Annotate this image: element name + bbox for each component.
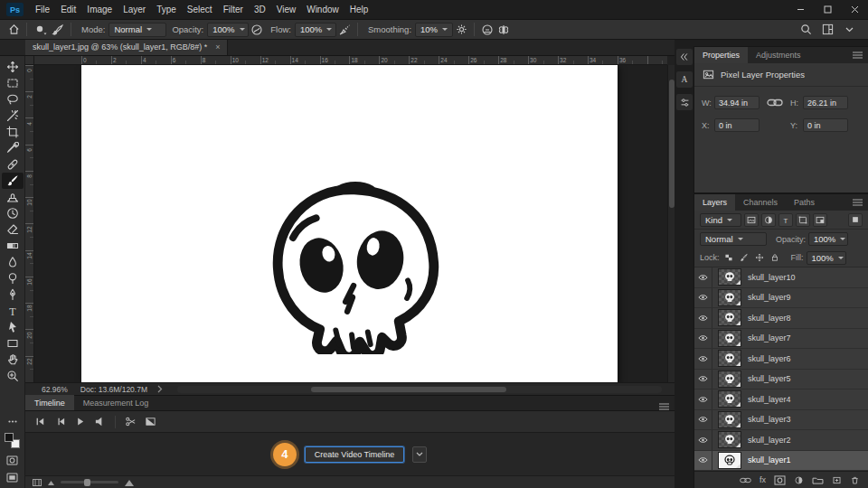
layer-visibility-eye-icon[interactable] [694,430,712,450]
link-layers-icon[interactable] [740,476,751,484]
layer-thumbnail[interactable] [719,391,741,407]
status-chevron-icon[interactable] [156,385,163,393]
tool-lasso[interactable] [2,91,24,108]
fill-dropdown[interactable]: 100% [807,251,846,265]
split-clip-scissors-icon[interactable] [122,414,139,429]
layer-row-skull_layer3[interactable]: skull_layer3 [694,410,868,431]
layer-thumbnail[interactable] [719,453,741,468]
vertical-scrollbar-thumb[interactable] [669,80,675,208]
tab-measurement-log[interactable]: Measurement Log [74,395,158,410]
tab-paths[interactable]: Paths [786,194,823,211]
menu-file[interactable]: File [30,0,55,20]
play-button[interactable] [71,414,89,429]
menu-type[interactable]: Type [151,0,182,20]
quick-mask-icon[interactable] [5,455,20,465]
symmetry-butterfly-icon[interactable] [495,22,512,38]
layer-thumbnail[interactable] [719,371,741,387]
layer-effects-icon[interactable]: fx [760,475,766,484]
layer-thumbnail[interactable] [719,331,741,346]
layer-row-skull_layer8[interactable]: skull_layer8 [694,308,868,329]
timeline-frame-icon[interactable] [33,479,42,486]
tool-type[interactable]: T [2,303,24,319]
opacity-dropdown[interactable]: 100% [207,23,249,37]
layer-row-skull_layer6[interactable]: skull_layer6 [694,349,868,370]
horizontal-scrollbar[interactable] [177,386,662,393]
tool-hand[interactable] [2,352,24,368]
add-layer-mask-icon[interactable] [774,475,786,485]
tool-rectangle[interactable] [2,335,24,352]
layer-row-skull_layer1[interactable]: skull_layer1 [694,451,868,472]
layer-name[interactable]: skull_layer6 [748,354,791,363]
layer-thumbnail[interactable] [719,412,741,427]
home-icon[interactable] [5,22,22,38]
layer-name[interactable]: skull_layer7 [748,333,791,343]
layer-row-skull_layer5[interactable]: skull_layer5 [694,370,868,390]
layer-thumbnail[interactable] [719,310,741,325]
tab-layers[interactable]: Layers [694,194,735,211]
airbrush-icon[interactable] [336,22,353,38]
x-field[interactable]: 0 in [714,118,760,132]
tab-close-icon[interactable]: × [215,42,220,52]
create-video-timeline-button[interactable]: Create Video Timeline [305,446,404,463]
filter-toggle-icon[interactable] [848,213,863,227]
horizontal-scrollbar-thumb[interactable] [311,387,506,392]
zoom-out-mountain-icon[interactable] [48,480,54,485]
filter-pixel-layers-icon[interactable] [744,213,759,227]
tool-history-brush[interactable] [2,205,24,221]
tool-eraser[interactable] [2,221,24,238]
brush-settings-dock-icon[interactable] [676,94,693,110]
delete-layer-icon[interactable] [850,475,860,485]
timeline-zoom-slider-thumb[interactable] [84,479,90,486]
layer-name[interactable]: skull_layer1 [748,455,791,465]
layer-row-skull_layer9[interactable]: skull_layer9 [694,288,868,309]
tool-quick-selection[interactable] [2,108,24,124]
color-swatches[interactable] [5,433,20,448]
tool-move[interactable] [2,59,24,75]
tab-adjustments[interactable]: Adjustments [748,47,809,63]
layer-row-skull_layer4[interactable]: skull_layer4 [694,389,868,410]
lock-position-icon[interactable] [753,252,766,264]
menu-help[interactable]: Help [344,0,374,20]
tool-zoom[interactable] [2,368,24,384]
expand-panels-icon[interactable] [676,49,693,65]
layer-visibility-eye-icon[interactable] [694,288,712,308]
vertical-scrollbar[interactable] [667,65,675,382]
toolbar-ellipsis-icon[interactable] [5,416,20,427]
filter-type-layers-icon[interactable]: T [778,213,793,227]
smoothing-gear-icon[interactable] [453,22,469,38]
tool-gradient[interactable] [2,238,24,254]
screen-mode-icon[interactable] [5,472,20,483]
new-layer-icon[interactable] [832,475,842,485]
new-adjustment-layer-icon[interactable] [794,475,804,485]
layer-name[interactable]: skull_layer8 [748,314,791,323]
menu-3d[interactable]: 3D [249,0,271,20]
tool-crop[interactable] [2,124,24,140]
maximize-button[interactable] [814,0,841,20]
tool-path-selection[interactable] [2,319,24,335]
timeline-type-dropdown[interactable] [412,446,427,463]
brush-settings-panel-icon[interactable] [50,22,66,38]
ruler-origin-corner[interactable] [25,56,34,65]
layer-visibility-eye-icon[interactable] [694,370,712,389]
layer-name[interactable]: skull_layer10 [748,273,796,282]
layer-visibility-eye-icon[interactable] [694,410,712,430]
tool-eyedropper[interactable] [2,140,24,156]
layer-visibility-eye-icon[interactable] [694,389,712,409]
layer-thumbnail[interactable] [719,351,741,366]
previous-frame-button[interactable] [52,414,69,429]
layer-row-skull_layer10[interactable]: skull_layer10 [694,267,868,288]
link-dimensions-icon[interactable] [766,98,784,108]
filter-smart-objects-icon[interactable] [813,213,827,227]
layer-thumbnail[interactable] [719,432,741,447]
first-frame-button[interactable] [32,414,49,429]
layer-row-skull_layer7[interactable]: skull_layer7 [694,329,868,350]
tool-clone-stamp[interactable] [2,189,24,205]
layer-visibility-eye-icon[interactable] [694,329,712,349]
layer-name[interactable]: skull_layer9 [748,293,791,302]
menu-layer[interactable]: Layer [118,0,151,20]
layer-name[interactable]: skull_layer5 [748,374,791,383]
menu-filter[interactable]: Filter [218,0,249,20]
tab-timeline[interactable]: Timeline [25,395,74,410]
foreground-color-swatch[interactable] [5,433,14,442]
audio-mute-button[interactable] [91,414,108,429]
